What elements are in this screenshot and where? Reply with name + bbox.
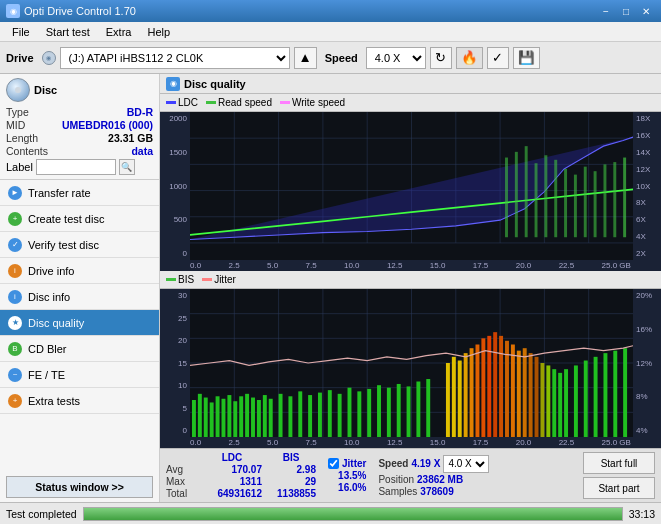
start-full-button[interactable]: Start full bbox=[583, 452, 655, 474]
svg-rect-74 bbox=[452, 357, 456, 437]
sidebar-label-fe-te: FE / TE bbox=[28, 369, 65, 381]
samples-value: 378609 bbox=[420, 486, 453, 497]
yaxis-6x: 6X bbox=[636, 215, 646, 224]
svg-rect-67 bbox=[377, 385, 381, 437]
bis-legend-label: BIS bbox=[178, 274, 194, 285]
disc-section-title: Disc bbox=[34, 84, 57, 96]
svg-rect-22 bbox=[574, 175, 577, 238]
disc-length-row: Length 23.31 GB bbox=[6, 132, 153, 144]
svg-rect-73 bbox=[446, 363, 450, 437]
disc-icon bbox=[6, 78, 30, 102]
minimize-button[interactable]: − bbox=[597, 4, 615, 18]
write-legend-dot bbox=[280, 101, 290, 104]
menu-help[interactable]: Help bbox=[139, 24, 178, 40]
stats-avg-jitter: 13.5% bbox=[328, 470, 366, 481]
bot-chart-inner: 30 25 20 15 10 5 0 bbox=[160, 289, 661, 437]
burn-button[interactable]: 🔥 bbox=[456, 47, 483, 69]
refresh-button[interactable]: ↻ bbox=[430, 47, 452, 69]
maximize-button[interactable]: □ bbox=[617, 4, 635, 18]
svg-rect-43 bbox=[192, 400, 196, 437]
svg-rect-71 bbox=[416, 382, 420, 438]
stats-total-bis: 1138855 bbox=[266, 488, 316, 499]
svg-rect-62 bbox=[328, 390, 332, 437]
svg-rect-19 bbox=[544, 155, 547, 237]
chart-header: ◉ Disc quality bbox=[160, 74, 661, 94]
bxaxis-17-5: 17.5 bbox=[473, 438, 489, 447]
sidebar-item-verify-test-disc[interactable]: ✓ Verify test disc bbox=[0, 232, 159, 258]
jitter-header-label: Jitter bbox=[342, 458, 366, 469]
bot-yaxis-right: 20% 16% 12% 8% 4% bbox=[633, 289, 661, 437]
svg-rect-20 bbox=[554, 160, 557, 237]
svg-rect-77 bbox=[470, 348, 474, 437]
close-button[interactable]: ✕ bbox=[637, 4, 655, 18]
disc-label-input[interactable] bbox=[36, 159, 116, 175]
sidebar-item-transfer-rate[interactable]: ► Transfer rate bbox=[0, 180, 159, 206]
extra-tests-icon: + bbox=[8, 394, 22, 408]
status-window-button[interactable]: Status window >> bbox=[6, 476, 153, 498]
svg-rect-54 bbox=[257, 400, 261, 437]
svg-rect-68 bbox=[387, 388, 391, 437]
svg-rect-53 bbox=[251, 398, 255, 437]
xaxis-20: 20.0 bbox=[516, 261, 532, 270]
yaxis-4x: 4X bbox=[636, 232, 646, 241]
position-label: Position bbox=[378, 474, 414, 485]
svg-rect-98 bbox=[613, 351, 617, 437]
sidebar-label-drive-info: Drive info bbox=[28, 265, 74, 277]
stats-avg-row: Avg 170.07 2.98 bbox=[166, 464, 316, 475]
stats-avg-ldc: 170.07 bbox=[202, 464, 262, 475]
eject-button[interactable]: ▲ bbox=[294, 47, 317, 69]
byaxis-12pct: 12% bbox=[636, 359, 652, 368]
byaxis-8pct: 8% bbox=[636, 392, 648, 401]
stats-total-label: Total bbox=[166, 488, 198, 499]
progress-bar-fill bbox=[84, 508, 622, 520]
menu-extra[interactable]: Extra bbox=[98, 24, 140, 40]
byaxis-0: 0 bbox=[183, 426, 187, 435]
sidebar-item-fe-te[interactable]: ~ FE / TE bbox=[0, 362, 159, 388]
save-button[interactable]: 💾 bbox=[513, 47, 540, 69]
svg-rect-52 bbox=[245, 394, 249, 437]
menu-start-test[interactable]: Start test bbox=[38, 24, 98, 40]
sidebar-label-cd-bler: CD Bler bbox=[28, 343, 67, 355]
xaxis-7-5: 7.5 bbox=[305, 261, 316, 270]
verify-button[interactable]: ✓ bbox=[487, 47, 509, 69]
disc-label-button[interactable]: 🔍 bbox=[119, 159, 135, 175]
xaxis-12-5: 12.5 bbox=[387, 261, 403, 270]
svg-rect-44 bbox=[198, 394, 202, 437]
bxaxis-25: 25.0 GB bbox=[602, 438, 631, 447]
stats-max-jitter: 16.0% bbox=[328, 482, 366, 493]
menu-file[interactable]: File bbox=[4, 24, 38, 40]
speed-select[interactable]: 4.0 X bbox=[366, 47, 426, 69]
bot-chart-area: 30 25 20 15 10 5 0 bbox=[160, 289, 661, 448]
start-part-button[interactable]: Start part bbox=[583, 477, 655, 499]
svg-rect-18 bbox=[535, 163, 538, 237]
svg-rect-97 bbox=[603, 353, 607, 437]
drive-select[interactable]: (J:) ATAPI iHBS112 2 CL0K bbox=[60, 47, 290, 69]
disc-label-row: Label 🔍 bbox=[6, 159, 153, 175]
sidebar-item-cd-bler[interactable]: B CD Bler bbox=[0, 336, 159, 362]
speed-label: Speed bbox=[378, 458, 408, 469]
jitter-checkbox[interactable] bbox=[328, 458, 339, 469]
speed-row: Speed 4.19 X 4.0 X bbox=[378, 455, 489, 473]
yaxis-1500: 1500 bbox=[169, 148, 187, 157]
disc-mid-label: MID bbox=[6, 119, 25, 131]
sidebar-item-disc-quality[interactable]: ★ Disc quality bbox=[0, 310, 159, 336]
disc-mid-row: MID UMEBDR016 (000) bbox=[6, 119, 153, 131]
svg-rect-79 bbox=[481, 338, 485, 437]
svg-rect-64 bbox=[348, 388, 352, 437]
disc-info-icon: i bbox=[8, 290, 22, 304]
bxaxis-0: 0.0 bbox=[190, 438, 201, 447]
bot-xaxis: 0.0 2.5 5.0 7.5 10.0 12.5 15.0 17.5 20.0… bbox=[160, 437, 661, 448]
stats-max-ldc: 1311 bbox=[202, 476, 262, 487]
svg-rect-70 bbox=[407, 386, 411, 437]
svg-rect-65 bbox=[357, 391, 361, 437]
sidebar-item-extra-tests[interactable]: + Extra tests bbox=[0, 388, 159, 414]
sidebar-item-create-test-disc[interactable]: + Create test disc bbox=[0, 206, 159, 232]
samples-row: Samples 378609 bbox=[378, 486, 489, 497]
legend-jitter: Jitter bbox=[202, 274, 236, 285]
byaxis-15: 15 bbox=[178, 359, 187, 368]
speed-mode-select[interactable]: 4.0 X bbox=[443, 455, 489, 473]
sidebar-item-disc-info[interactable]: i Disc info bbox=[0, 284, 159, 310]
svg-rect-92 bbox=[558, 373, 562, 437]
sidebar-item-drive-info[interactable]: i Drive info bbox=[0, 258, 159, 284]
disc-panel: Disc Type BD-R MID UMEBDR016 (000) Lengt… bbox=[0, 74, 159, 180]
